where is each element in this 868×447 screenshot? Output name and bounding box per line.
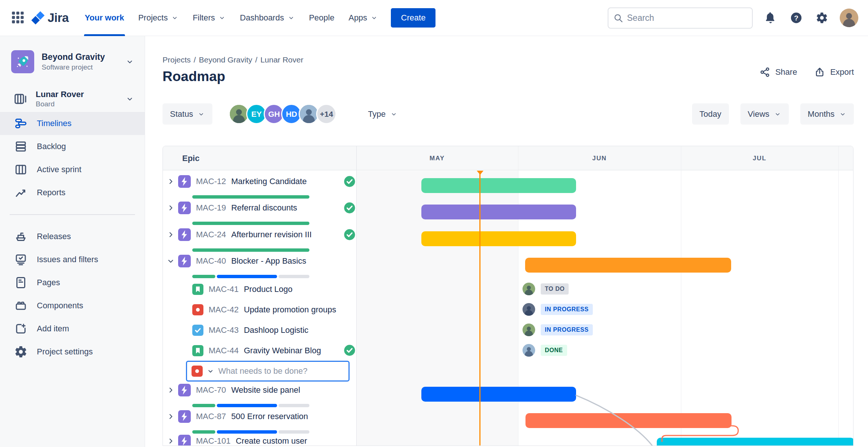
- app-switcher-icon[interactable]: [10, 9, 27, 26]
- sidebar-item-active-sprint[interactable]: Active sprint: [0, 158, 145, 181]
- export-button[interactable]: Export: [814, 67, 854, 78]
- assignee-avatar-group: EYGHHD+14: [229, 104, 337, 124]
- filter-bar: Status EYGHHD+14 Type Today Views Months: [163, 103, 854, 125]
- nav-item-label: Your work: [85, 13, 124, 23]
- nav-item-filters[interactable]: Filters: [186, 0, 233, 36]
- chevron-right-icon[interactable]: [166, 203, 176, 213]
- sidebar-item-label: Backlog: [37, 142, 66, 151]
- create-button[interactable]: Create: [391, 8, 435, 28]
- assignee-avatar[interactable]: [523, 344, 535, 357]
- issue-summary[interactable]: MAC-41Product Logo: [192, 283, 293, 296]
- epic-row-mac-101: MAC-101Create custom user: [163, 432, 356, 446]
- sidebar-item-reports[interactable]: Reports: [0, 181, 145, 204]
- breadcrumb-item-beyond-gravity[interactable]: Beyond Gravity: [199, 55, 253, 64]
- issue-summary[interactable]: MAC-42Update promotion groups: [192, 303, 336, 316]
- nav-item-apps[interactable]: Apps: [341, 0, 385, 36]
- bug-icon[interactable]: [192, 366, 203, 377]
- epic-icon: [178, 435, 191, 446]
- board-switcher[interactable]: Lunar Rover Board: [13, 90, 134, 108]
- epic-column-header: Epic: [182, 146, 199, 170]
- epic-icon: [178, 410, 191, 423]
- avatar-overflow-count[interactable]: +14: [316, 104, 337, 124]
- breadcrumb-item-lunar-rover[interactable]: Lunar Rover: [260, 55, 303, 64]
- story-icon: [192, 345, 203, 356]
- sidebar-item-add-item[interactable]: Add item: [0, 317, 145, 340]
- jira-logo[interactable]: Jira: [30, 10, 69, 26]
- issue-summary[interactable]: MAC-40Blocker - App Basics: [178, 255, 306, 267]
- help-icon[interactable]: ?: [788, 10, 804, 26]
- nav-item-people[interactable]: People: [302, 0, 342, 36]
- timeline-bar-mac-24[interactable]: [421, 231, 576, 246]
- timescale-dropdown[interactable]: Months: [800, 103, 854, 125]
- assignee-avatar[interactable]: [523, 324, 535, 336]
- sidebar-item-label: Project settings: [37, 347, 93, 357]
- issue-summary[interactable]: MAC-19Referral discounts: [178, 202, 297, 214]
- breadcrumb-item-projects[interactable]: Projects: [163, 55, 191, 64]
- issue-summary[interactable]: MAC-24Afterburner revision III: [178, 228, 312, 241]
- type-filter-dropdown[interactable]: Type: [360, 103, 405, 125]
- issue-summary[interactable]: MAC-43Dashloop Logistic: [192, 324, 308, 337]
- notifications-bell-icon[interactable]: [763, 10, 778, 26]
- search-input[interactable]: [627, 13, 747, 23]
- nav-item-label: Filters: [193, 13, 215, 23]
- assignee-avatar[interactable]: [523, 303, 535, 316]
- timeline-bar-mac-12[interactable]: [421, 178, 576, 193]
- epic-row-mac-24: MAC-24Afterburner revision III: [163, 225, 356, 252]
- share-button[interactable]: Share: [759, 67, 797, 78]
- check-circle-icon: [344, 202, 356, 214]
- sidebar-item-timelines[interactable]: Timelines: [0, 112, 145, 135]
- user-avatar[interactable]: [840, 9, 858, 27]
- project-switcher[interactable]: Beyond Gravity Software project: [11, 50, 134, 73]
- issue-key: MAC-87: [196, 412, 226, 421]
- assignee-avatar[interactable]: [523, 283, 535, 295]
- today-marker-line: [479, 171, 480, 446]
- sidebar-item-components[interactable]: Components: [0, 294, 145, 317]
- issue-summary[interactable]: MAC-101Create custom user: [178, 435, 307, 446]
- epic-progress-bar: [192, 222, 309, 225]
- issue-composer-input[interactable]: [218, 366, 344, 376]
- sidebar-item-backlog[interactable]: Backlog: [0, 135, 145, 158]
- timeline-bar-mac-101[interactable]: [657, 438, 853, 446]
- issue-summary[interactable]: MAC-70Website side panel: [178, 384, 300, 396]
- status-filter-dropdown[interactable]: Status: [163, 103, 212, 125]
- timeline-body: MAC-12Marketing CandidateMAC-19Referral …: [163, 171, 853, 446]
- chevron-right-icon[interactable]: [166, 436, 176, 446]
- nav-item-label: Projects: [138, 13, 168, 23]
- issue-summary[interactable]: MAC-44Gravity Webinar Blog: [192, 344, 321, 357]
- epic-progress-bar: [192, 248, 309, 252]
- issue-title: Website side panel: [231, 385, 300, 395]
- chevron-right-icon[interactable]: [166, 412, 176, 421]
- main-content: Projects/Beyond Gravity/Lunar Rover Road…: [145, 36, 868, 447]
- chevron-down-icon[interactable]: [206, 367, 215, 375]
- backlog-icon: [14, 140, 28, 153]
- timeline-bar-mac-40[interactable]: [525, 258, 731, 273]
- chevron-down-icon[interactable]: [166, 256, 176, 266]
- nav-item-dashboards[interactable]: Dashboards: [233, 0, 302, 36]
- timeline-bar-mac-19[interactable]: [421, 205, 576, 219]
- sidebar-item-releases[interactable]: Releases: [0, 225, 145, 248]
- sidebar-item-project-settings[interactable]: Project settings: [0, 340, 145, 363]
- chevron-right-icon[interactable]: [166, 385, 176, 395]
- chevron-right-icon[interactable]: [166, 177, 176, 186]
- chevron-right-icon[interactable]: [166, 230, 176, 239]
- timeline-bar-mac-87[interactable]: [525, 413, 732, 428]
- sidebar-item-pages[interactable]: Pages: [0, 271, 145, 294]
- epic-progress-bar: [192, 195, 309, 199]
- chevron-down-icon: [839, 110, 846, 118]
- issue-summary[interactable]: MAC-12Marketing Candidate: [178, 175, 307, 188]
- issue-key: MAC-70: [196, 385, 226, 395]
- nav-item-projects[interactable]: Projects: [131, 0, 186, 36]
- issue-title: Dashloop Logistic: [244, 325, 309, 335]
- sidebar-item-issues-and-filters[interactable]: Issues and filters: [0, 248, 145, 271]
- issue-title: Referral discounts: [231, 203, 297, 213]
- settings-gear-icon[interactable]: [814, 10, 830, 26]
- issue-key: MAC-42: [209, 305, 239, 315]
- nav-item-your-work[interactable]: Your work: [78, 0, 131, 36]
- today-button[interactable]: Today: [692, 103, 729, 125]
- timeline-bar-mac-70[interactable]: [421, 387, 576, 402]
- search-box: [608, 7, 753, 29]
- nav-item-label: Dashboards: [240, 13, 284, 23]
- views-dropdown[interactable]: Views: [740, 103, 789, 125]
- export-icon: [814, 67, 825, 78]
- issue-summary[interactable]: MAC-87500 Error reservation: [178, 410, 308, 423]
